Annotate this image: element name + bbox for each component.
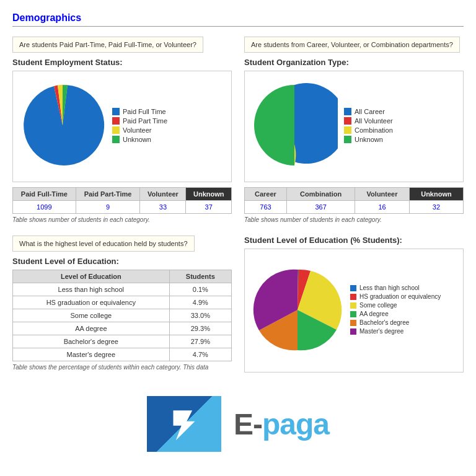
epaga-logo — [147, 396, 221, 452]
education-table: Level of Education Students Less than hi… — [12, 270, 232, 361]
edu-header-level: Level of Education — [13, 270, 170, 283]
org-header-0: Career — [245, 188, 287, 201]
employment-val-0: 1099 — [13, 201, 76, 214]
epaga-text: E-paga — [234, 407, 329, 441]
employment-pie — [19, 77, 106, 175]
edu-pie — [251, 257, 344, 364]
org-header-3: Unknown — [409, 188, 463, 201]
top-grid: Are students Paid Part-Time, Paid Full-T… — [12, 37, 464, 223]
education-title: Student Level of Education: — [12, 257, 232, 266]
watermark: E-paga — [12, 396, 464, 452]
employment-header-2: Volunteer — [140, 188, 186, 201]
employment-val-2: 33 — [140, 201, 186, 214]
edu-level-2: Some college — [13, 309, 170, 322]
employment-header-0: Paid Full-Time — [13, 188, 76, 201]
edu-chart-section: Student Level of Education (% Students): — [244, 236, 464, 377]
org-note: Table shows number of students in each c… — [244, 216, 464, 223]
org-header-2: Volunteer — [355, 188, 410, 201]
edu-chart: Less than high school HS graduation or e… — [244, 249, 464, 372]
edu-row: Master's degree 4.7% — [13, 348, 232, 361]
employment-section: Are students Paid Part-Time, Paid Full-T… — [12, 37, 232, 223]
edu-level-5: Master's degree — [13, 348, 170, 361]
edu-row: HS graduation or equivalency 4.9% — [13, 296, 232, 309]
org-section: Are students from Career, Volunteer, or … — [244, 37, 464, 223]
org-question: Are students from Career, Volunteer, or … — [244, 37, 460, 53]
bottom-grid: What is the highest level of education h… — [12, 236, 464, 377]
edu-level-3: AA degree — [13, 322, 170, 335]
edu-level-1: HS graduation or equivalency — [13, 296, 170, 309]
org-title: Student Organization Type: — [244, 58, 464, 67]
employment-chart: Paid Full Time Paid Part Time Volunteer … — [12, 71, 232, 182]
edu-pct-4: 27.9% — [169, 335, 231, 348]
org-val-1: 367 — [286, 201, 355, 214]
edu-chart-title: Student Level of Education (% Students): — [244, 236, 464, 245]
education-section: What is the highest level of education h… — [12, 236, 232, 377]
employment-val-3: 37 — [186, 201, 232, 214]
edu-row: Bachelor's degree 27.9% — [13, 335, 232, 348]
org-header-1: Combination — [286, 188, 355, 201]
edu-header-students: Students — [169, 270, 231, 283]
employment-header-1: Paid Part-Time — [76, 188, 140, 201]
edu-level-4: Bachelor's degree — [13, 335, 170, 348]
edu-row: Less than high school 0.1% — [13, 283, 232, 296]
employment-header-3: Unknown — [186, 188, 232, 201]
svg-marker-0 — [173, 410, 195, 440]
employment-legend: Paid Full Time Paid Part Time Volunteer … — [112, 108, 167, 145]
education-question: What is the highest level of education h… — [12, 236, 195, 252]
employment-table: Paid Full-Time Paid Part-Time Volunteer … — [12, 187, 232, 214]
org-chart: All Career All Volunteer Combination Unk… — [244, 71, 464, 182]
employment-val-1: 9 — [76, 201, 140, 214]
org-val-0: 763 — [245, 201, 287, 214]
employment-question: Are students Paid Part-Time, Paid Full-T… — [12, 37, 203, 53]
org-pie — [251, 77, 338, 175]
org-table: Career Combination Volunteer Unknown 763… — [244, 187, 464, 214]
edu-row: AA degree 29.3% — [13, 322, 232, 335]
employment-note: Table shows number of students in each c… — [12, 216, 232, 223]
edu-pct-3: 29.3% — [169, 322, 231, 335]
edu-pct-2: 33.0% — [169, 309, 231, 322]
edu-pct-0: 0.1% — [169, 283, 231, 296]
org-val-3: 32 — [409, 201, 463, 214]
page-title: Demographics — [12, 12, 464, 27]
org-val-2: 16 — [355, 201, 410, 214]
education-note: Table shows the percentage of students w… — [12, 364, 232, 371]
org-legend: All Career All Volunteer Combination Unk… — [344, 108, 393, 145]
edu-level-0: Less than high school — [13, 283, 170, 296]
edu-chart-legend: Less than high school HS graduation or e… — [350, 284, 441, 337]
employment-title: Student Employment Status: — [12, 58, 232, 67]
edu-row: Some college 33.0% — [13, 309, 232, 322]
edu-pct-1: 4.9% — [169, 296, 231, 309]
edu-pct-5: 4.7% — [169, 348, 231, 361]
